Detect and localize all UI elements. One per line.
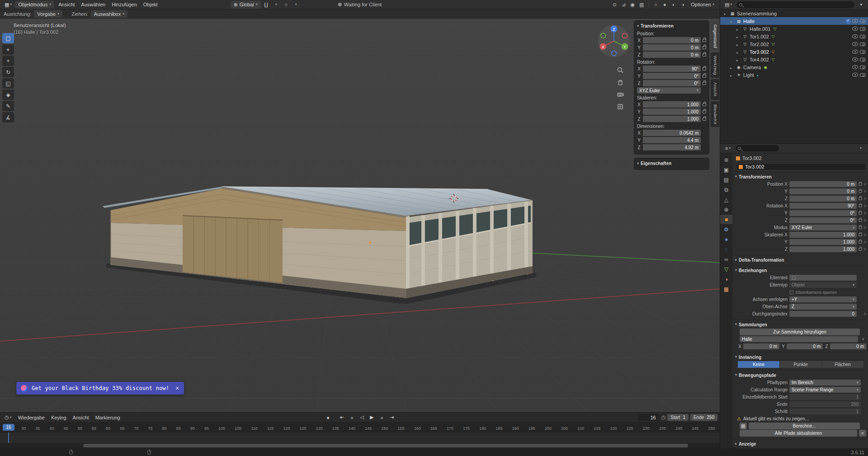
outliner-row[interactable]: Halle bbox=[720, 17, 868, 25]
lock-icon[interactable] bbox=[859, 212, 862, 214]
collection-options-icon[interactable]: ▾ bbox=[860, 336, 866, 343]
timeline-scrollbar[interactable] bbox=[0, 443, 720, 448]
properties-tab[interactable]: ▣ bbox=[720, 165, 732, 174]
calculate-paths-button[interactable]: Berechne... bbox=[749, 423, 860, 429]
editor-type-button[interactable]: ▦ ▾ bbox=[2, 1, 14, 9]
disclosure-icon[interactable] bbox=[736, 42, 741, 47]
dimension-field-row[interactable]: Y 4.4 m bbox=[637, 137, 706, 143]
rotation-mode-row[interactable]: XYZ Euler▾ bbox=[637, 87, 706, 94]
disclosure-icon[interactable] bbox=[736, 49, 741, 55]
sidebar-tab[interactable]: Gegenstand bbox=[711, 21, 719, 51]
outliner-row[interactable]: Tor2.002 bbox=[720, 40, 868, 48]
lock-icon[interactable] bbox=[859, 240, 862, 243]
add-to-collection-button[interactable]: Zur Sammlung hinzufügen bbox=[740, 329, 860, 335]
navigation-gizmo[interactable]: Z X Y bbox=[596, 23, 632, 59]
collection-offset-field[interactable]: Y 0 m bbox=[781, 343, 823, 349]
transform-section-header[interactable]: ▾Transformieren bbox=[732, 173, 866, 180]
scrollbar-thumb[interactable] bbox=[83, 444, 688, 447]
collection-name-field[interactable]: Halle ✕ bbox=[740, 336, 858, 342]
transport-button[interactable]: ⇤ bbox=[337, 414, 347, 421]
hide-in-viewport-eye-icon[interactable] bbox=[852, 27, 858, 31]
properties-tab[interactable]: ▩ bbox=[720, 284, 732, 294]
properties-tab[interactable]: ∞ bbox=[720, 254, 732, 264]
current-frame-field[interactable]: 16 bbox=[638, 414, 660, 421]
frame-start-field[interactable]: 1 bbox=[789, 394, 861, 400]
disclosure-icon[interactable] bbox=[730, 19, 734, 24]
animate-decorator[interactable] bbox=[864, 241, 866, 243]
outliner-row[interactable]: Camera bbox=[720, 63, 868, 71]
tool-button[interactable]: ↻ bbox=[2, 67, 14, 77]
timeline-menu-item[interactable]: Wiedergabe bbox=[15, 414, 48, 421]
lock-icon[interactable] bbox=[703, 110, 706, 113]
dimension-field-row[interactable]: Z 4.92 m bbox=[637, 144, 706, 150]
properties-tab[interactable]: ◌ bbox=[720, 244, 732, 254]
shading-mode-button[interactable]: ◐ bbox=[669, 1, 678, 9]
outliner-row[interactable]: Halle.001 bbox=[720, 25, 868, 33]
properties-editor-type-button[interactable]: ≡▾ bbox=[723, 145, 733, 152]
hide-in-viewport-eye-icon[interactable] bbox=[852, 73, 858, 77]
transform-row[interactable]: Z 1.000▾ bbox=[732, 246, 866, 253]
disclosure-icon[interactable] bbox=[730, 65, 734, 70]
up-axis-dropdown[interactable]: Z▾ bbox=[789, 304, 857, 310]
proportional-editing-toggle[interactable]: ○ bbox=[282, 1, 291, 9]
collection-offset-field[interactable]: X 0 m bbox=[738, 343, 779, 349]
scale-field-row[interactable]: Y 1.000 bbox=[637, 108, 706, 115]
properties-tab[interactable]: ⊛ bbox=[720, 155, 732, 165]
disclosure-icon[interactable] bbox=[736, 26, 741, 32]
transform-row[interactable]: Z 0°▾ bbox=[732, 217, 866, 224]
track-axis-dropdown[interactable]: +Y▾ bbox=[789, 296, 857, 302]
rotation-field-row[interactable]: Y 0° bbox=[637, 73, 706, 79]
start-frame-field[interactable]: Start1 bbox=[667, 414, 689, 421]
frame-end-field[interactable]: 250 bbox=[789, 401, 861, 407]
hide-in-viewport-eye-icon[interactable] bbox=[852, 34, 858, 38]
transform-row[interactable]: Y 0 m▾ bbox=[732, 188, 866, 195]
update-all-paths-button[interactable]: Alle Pfade aktualisieren bbox=[740, 430, 857, 437]
collection-checkbox[interactable] bbox=[846, 19, 850, 24]
disable-in-renders-icon[interactable] bbox=[860, 73, 865, 77]
shading-mode-button[interactable]: ● bbox=[660, 1, 669, 9]
object-name-field[interactable]: Tor3.002 bbox=[736, 163, 866, 170]
pan-hand-icon[interactable] bbox=[616, 78, 625, 87]
disclosure-icon[interactable] bbox=[736, 57, 741, 62]
snap-magnet-toggle[interactable]: ∐ bbox=[262, 1, 271, 9]
animate-decorator[interactable] bbox=[864, 234, 866, 236]
viewport-toggle-icon[interactable]: ⊙ bbox=[610, 1, 619, 9]
instancing-option-button[interactable]: Keine bbox=[738, 361, 779, 368]
header-menu-item[interactable]: Objekt bbox=[140, 1, 161, 9]
disable-in-renders-icon[interactable] bbox=[860, 58, 865, 61]
lock-icon[interactable] bbox=[859, 226, 862, 229]
transport-button[interactable]: « bbox=[347, 414, 357, 421]
properties-tab[interactable]: ▤ bbox=[720, 175, 732, 184]
parent-type-dropdown[interactable]: Objekt▾ bbox=[789, 282, 857, 288]
outliner-row[interactable]: Light bbox=[720, 71, 868, 79]
pass-index-field[interactable]: 0 bbox=[789, 311, 857, 317]
blenderkit-banner[interactable]: Get your Black Birthday 33% discount now… bbox=[16, 382, 184, 395]
delta-transform-header[interactable]: ▸Delta-Transformation bbox=[732, 256, 866, 263]
position-field-row[interactable]: X 0 m bbox=[637, 37, 706, 43]
lock-icon[interactable] bbox=[859, 233, 862, 236]
step-field[interactable]: 1 bbox=[789, 409, 861, 414]
clear-paths-icon[interactable]: ✕ bbox=[859, 430, 866, 437]
header-menu-item[interactable]: Hinzufügen bbox=[108, 1, 140, 9]
transform-row[interactable]: Y 1.000▾ bbox=[732, 239, 866, 245]
viewport-3d[interactable]: Benutzeransicht (Lokal) (16) Halle | Tor… bbox=[0, 19, 720, 412]
disclosure-icon[interactable] bbox=[724, 11, 728, 16]
rotation-field-row[interactable]: Z 0° bbox=[637, 80, 706, 86]
transport-button[interactable]: ▶ bbox=[367, 414, 377, 421]
sidebar-tab[interactable]: BlenderKit bbox=[711, 101, 719, 127]
sidebar-tab[interactable]: Werkzeug bbox=[711, 52, 719, 78]
transform-row[interactable]: Rotation X 90°▾ bbox=[732, 202, 866, 209]
calculation-range-dropdown[interactable]: Scene Frame Range▾ bbox=[789, 387, 861, 393]
position-field-row[interactable]: Z 0 m bbox=[637, 52, 706, 58]
tool-button[interactable]: ⌖ bbox=[2, 44, 14, 55]
lock-icon[interactable] bbox=[703, 75, 706, 78]
camera-parent-lock-checkbox[interactable] bbox=[789, 290, 794, 295]
properties-subpanel[interactable]: ▾Eigenschaften bbox=[634, 158, 709, 170]
relations-header[interactable]: ▾Beziehungen bbox=[732, 267, 866, 274]
transform-panel-header[interactable]: ▾Transformieren bbox=[637, 23, 706, 29]
animate-decorator[interactable] bbox=[864, 248, 866, 250]
lock-icon[interactable] bbox=[859, 204, 862, 207]
disable-in-renders-icon[interactable] bbox=[860, 35, 865, 38]
outliner-search-input[interactable] bbox=[736, 1, 854, 8]
collections-header[interactable]: ▾Sammlungen bbox=[732, 321, 866, 328]
